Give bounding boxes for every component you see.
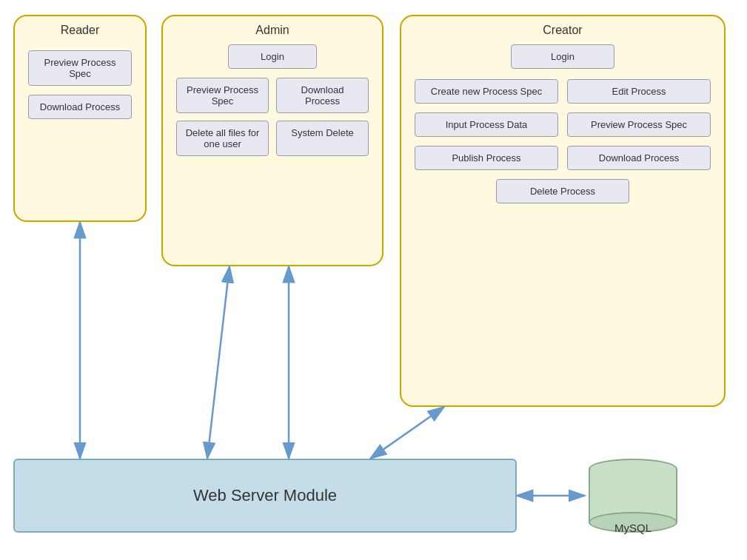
mysql-label: MySQL (614, 522, 651, 534)
creator-login[interactable]: Login (511, 44, 614, 69)
diagram-container: Reader Preview Process Spec Download Pro… (0, 0, 747, 560)
admin-login[interactable]: Login (228, 44, 317, 69)
reader-title: Reader (22, 24, 138, 37)
creator-preview-process-spec[interactable]: Preview Process Spec (567, 112, 711, 137)
creator-create-process-spec[interactable]: Create new Process Spec (415, 79, 558, 104)
mysql-cylinder: MySQL (589, 459, 677, 533)
creator-grid-2: Input Process Data Preview Process Spec (409, 112, 717, 137)
reader-preview-process-spec[interactable]: Preview Process Spec (28, 50, 132, 86)
reader-download-process[interactable]: Download Process (28, 95, 132, 119)
reader-box: Reader Preview Process Spec Download Pro… (13, 15, 147, 222)
mysql-container: MySQL (585, 451, 681, 540)
arrow-creator-web (370, 407, 444, 459)
admin-download-process[interactable]: Download Process (276, 78, 369, 113)
reader-actions: Preview Process Spec Download Process (22, 44, 138, 125)
admin-delete-files[interactable]: Delete all files for one user (176, 121, 269, 156)
creator-edit-process[interactable]: Edit Process (567, 79, 711, 104)
creator-delete-process[interactable]: Delete Process (496, 179, 629, 203)
creator-download-process[interactable]: Download Process (567, 146, 711, 170)
creator-title: Creator (409, 24, 717, 37)
admin-grid: Preview Process Spec Download Process De… (170, 78, 375, 156)
creator-input-process-data[interactable]: Input Process Data (415, 112, 558, 137)
arrow-admin-web-1 (207, 266, 230, 459)
admin-box: Admin Login Preview Process Spec Downloa… (161, 15, 383, 266)
admin-system-delete[interactable]: System Delete (276, 121, 369, 156)
admin-title: Admin (170, 24, 375, 37)
web-server-label: Web Server Module (193, 486, 337, 505)
creator-publish-process[interactable]: Publish Process (415, 146, 558, 170)
creator-box: Creator Login Create new Process Spec Ed… (400, 15, 726, 407)
creator-grid-3: Publish Process Download Process (409, 146, 717, 170)
admin-preview-process-spec[interactable]: Preview Process Spec (176, 78, 269, 113)
web-server-module: Web Server Module (13, 459, 517, 533)
creator-grid-1: Create new Process Spec Edit Process (409, 79, 717, 104)
